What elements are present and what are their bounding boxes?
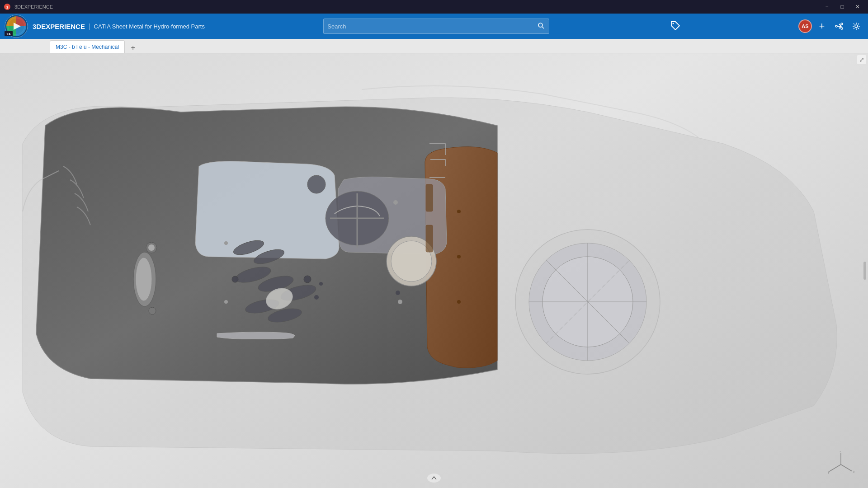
car-visualization: ⤢ x y z [0, 53, 868, 488]
svg-text:x: x [853, 469, 854, 474]
svg-point-13 [855, 25, 858, 28]
viewport-expand-button[interactable]: ⤢ [857, 55, 866, 64]
title-bar: 3 3DEXPERIENCE − □ ✕ [0, 0, 868, 14]
svg-point-49 [398, 300, 402, 304]
svg-point-54 [457, 300, 461, 304]
titlebar-left: 3 3DEXPERIENCE [4, 3, 53, 10]
brand-experience: EXPERIENCE [41, 23, 85, 30]
svg-point-11 [841, 23, 843, 25]
app-bar: XA 3D EXPERIENCE | CATIA Sheet Metal for… [0, 14, 868, 39]
svg-point-53 [457, 255, 461, 258]
svg-point-26 [149, 307, 156, 314]
expand-bottom-button[interactable] [427, 474, 441, 483]
svg-point-10 [835, 25, 837, 27]
close-button[interactable]: ✕ [851, 2, 864, 11]
tag-icon [670, 20, 680, 30]
user-avatar[interactable]: AS [798, 19, 812, 33]
svg-rect-51 [426, 225, 433, 252]
tab-bar: M3C - b l e u - Mechanical + [0, 39, 868, 53]
tag-button[interactable] [670, 20, 680, 33]
svg-point-7 [538, 23, 542, 27]
axis-svg: x y z [827, 451, 854, 478]
settings-icon [852, 22, 860, 30]
svg-line-8 [542, 27, 544, 28]
svg-point-9 [672, 23, 674, 24]
svg-text:z: z [840, 451, 842, 453]
add-button[interactable]: + [815, 19, 829, 33]
titlebar-controls: − □ ✕ [820, 2, 864, 11]
svg-line-55 [841, 465, 852, 471]
svg-text:y: y [828, 469, 830, 474]
brand-separator: | [89, 23, 90, 30]
search-input[interactable] [327, 23, 537, 30]
appbar-right: AS + [798, 19, 863, 33]
svg-point-47 [224, 241, 228, 245]
svg-line-57 [830, 465, 841, 471]
car-model-view [0, 53, 868, 488]
search-button[interactable] [537, 22, 545, 31]
svg-point-25 [148, 244, 155, 251]
brand-text: 3D EXPERIENCE | CATIA Sheet Metal for Hy… [33, 23, 205, 30]
svg-point-27 [307, 175, 326, 193]
svg-rect-50 [426, 184, 433, 211]
titlebar-title: 3DEXPERIENCE [14, 4, 53, 9]
brand-3d: 3D [33, 23, 41, 30]
svg-point-37 [314, 295, 319, 300]
compass-logo[interactable]: XA [5, 14, 28, 38]
svg-point-39 [396, 291, 400, 295]
svg-text:XA: XA [6, 33, 11, 36]
search-icon [538, 23, 544, 29]
share-icon [835, 22, 843, 30]
svg-point-46 [224, 300, 228, 304]
search-bar [323, 19, 549, 34]
active-tab[interactable]: M3C - b l e u - Mechanical [50, 40, 125, 53]
svg-point-12 [841, 28, 843, 29]
settings-button[interactable] [849, 19, 863, 33]
brand-product: CATIA Sheet Metal for Hydro-formed Parts [94, 23, 205, 30]
restore-button[interactable]: □ [835, 2, 849, 11]
svg-point-23 [136, 258, 152, 301]
svg-point-41 [391, 241, 432, 282]
axis-indicator: x y z [827, 451, 854, 479]
svg-point-48 [393, 200, 398, 205]
minimize-button[interactable]: − [820, 2, 834, 11]
scroll-handle[interactable] [863, 262, 866, 280]
add-tab-button[interactable]: + [127, 43, 139, 53]
viewport[interactable]: ⤢ x y z [0, 53, 868, 488]
svg-point-35 [232, 276, 238, 282]
chevron-up-icon [431, 476, 437, 480]
svg-point-52 [457, 210, 461, 213]
active-tab-label: M3C - b l e u - Mechanical [56, 44, 119, 50]
svg-point-38 [319, 282, 323, 286]
svg-text:3: 3 [6, 5, 9, 9]
svg-point-36 [304, 276, 311, 283]
share-button[interactable] [832, 19, 846, 33]
titlebar-app-icon: 3 [4, 3, 11, 10]
